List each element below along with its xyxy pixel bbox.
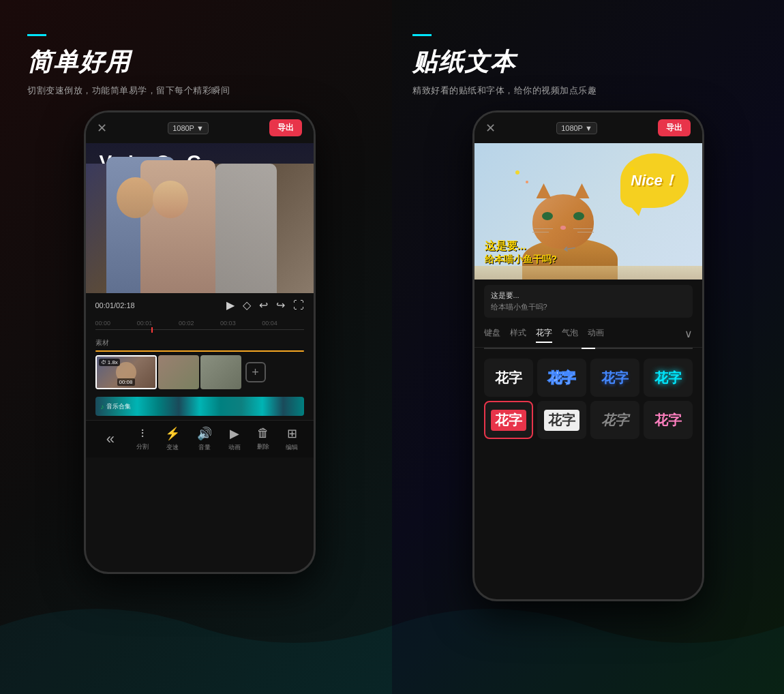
diamond-icon[interactable]: ◇ [243,299,251,312]
edit-tool[interactable]: ⊞ 编辑 [286,426,298,452]
timeline-ruler: 00:00 00:01 00:02 00:03 00:04 [95,320,304,327]
font-item-6[interactable]: 花字 [537,401,586,439]
back-btn[interactable]: « [101,426,120,452]
volume-icon: 🔊 [197,426,212,441]
speed-badge: ⏱ 1.8x [99,359,120,366]
right-title: 贴纸文本 [412,46,764,79]
speed-tool-icon: ⚡ [165,426,180,441]
font-preview-7: 花字 [601,411,629,429]
speed-tool[interactable]: ⚡ 变速 [165,426,180,452]
font-style-grid: 花字 花字 花字 花字 花字 花字 花字 花字 [474,353,702,444]
text-input-display[interactable]: 这是要... 给本喵小鱼干吗? [484,285,693,318]
left-header: 简单好用 切割变速倒放，功能简单易学，留下每个精彩瞬间 [27,34,372,97]
font-preview-2: 花字 [548,369,575,387]
left-subtitle: 切割变速倒放，功能简单易学，留下每个精彩瞬间 [27,85,372,97]
text-line2: 给本喵小鱼干吗? [491,302,686,312]
right-phone-mockup: ✕ 1080P ▼ 导出 [472,110,704,601]
mark-4: 00:04 [262,320,303,327]
left-bottom-toolbar: « ⫶ 分割 ⚡ 变速 🔊 音量 ▶ 动画 🗑 删除 ⊞ [86,420,314,457]
speed-label: 变速 [166,443,179,452]
style-tabs: 键盘 样式 花字 气泡 动画 ∨ [474,323,702,348]
timeline-area: 00:00 00:01 00:02 00:03 00:04 [86,317,314,334]
overlay-line2: 给本喵小鱼干吗? [485,254,558,266]
mark-2: 00:02 [179,320,220,327]
clip-2[interactable] [158,355,199,389]
font-item-5[interactable]: 花字 [484,401,533,439]
mark-1: 00:01 [137,320,179,327]
split-label: 分割 [136,442,149,451]
cat-text-overlay: 这是要... 给本喵小鱼干吗? [485,239,558,266]
right-phone-topbar: ✕ 1080P ▼ 导出 [474,112,702,143]
nice-bubble: Nice！ [620,153,689,208]
left-topbar-center: 1080P ▼ [168,122,209,134]
left-close-btn[interactable]: ✕ [97,121,107,136]
clip-track: 素材 ⏱ 1.8x 00:08 [86,334,314,394]
clip-3[interactable] [200,355,241,389]
text-line1: 这是要... [491,290,686,301]
people-photo [86,164,314,293]
font-item-3[interactable]: 花字 [590,359,639,397]
add-clip-btn[interactable]: + [245,362,266,382]
font-item-1[interactable]: 花字 [484,359,533,397]
animation-icon: ▶ [230,426,239,441]
font-preview-8: 花字 [654,411,682,429]
font-item-2[interactable]: 花字 [537,359,586,397]
tab-bubble[interactable]: 气泡 [562,327,578,343]
audio-track: ♪ 音乐合集 [86,394,314,420]
fullscreen-icon[interactable]: ⛶ [293,299,304,312]
redo-icon[interactable]: ↪ [276,299,285,312]
left-controls-bar: 00:01/02:18 ▶ ◇ ↩ ↪ ⛶ [86,293,314,317]
tab-huazi[interactable]: 花字 [536,327,552,343]
right-close-btn[interactable]: ✕ [485,121,496,136]
font-preview-6: 花字 [544,410,579,431]
font-preview-5: 花字 [491,410,526,431]
font-item-4[interactable]: 花字 [644,359,693,397]
audio-label: ♪ 音乐合集 [101,402,131,411]
left-export-btn[interactable]: 导出 [269,119,302,136]
volume-tool[interactable]: 🔊 音量 [197,426,212,452]
audio-waveform[interactable]: ♪ 音乐合集 [95,397,304,416]
track-label: 素材 [95,338,304,348]
left-resolution-badge[interactable]: 1080P ▼ [168,122,209,134]
tab-more-icon[interactable]: ∨ [684,327,693,343]
right-topbar-center: 1080P ▼ [556,122,597,134]
font-preview-3: 花字 [601,369,629,387]
left-video-preview: V L O G [86,143,314,293]
left-accent-line [27,34,46,36]
delete-icon: 🗑 [257,426,269,440]
tab-keyboard[interactable]: 键盘 [484,327,500,343]
speed-icon: ⏱ [101,359,106,365]
font-preview-4: 花字 [654,369,682,387]
time-display: 00:01/02:18 [95,301,135,310]
volume-label: 音量 [198,443,211,452]
right-panel: 贴纸文本 精致好看的贴纸和字体，给你的视频加点乐趣 ✕ 1080P ▼ 导出 [392,0,784,694]
music-note-icon: ♪ [101,403,104,410]
main-clip[interactable]: ⏱ 1.8x 00:08 [95,355,157,389]
mark-0: 00:00 [95,320,137,327]
text-editor: 这是要... 给本喵小鱼干吗? [474,280,702,323]
mark-3: 00:03 [220,320,262,327]
clip-strip: ⏱ 1.8x 00:08 + [95,354,304,390]
control-icons: ▶ ◇ ↩ ↪ ⛶ [226,299,304,312]
tab-animation[interactable]: 动画 [588,327,604,343]
delete-label: 删除 [257,442,269,451]
animation-tool[interactable]: ▶ 动画 [228,426,241,452]
right-subtitle: 精致好看的贴纸和字体，给你的视频加点乐趣 [412,85,764,97]
font-item-8[interactable]: 花字 [644,401,693,439]
right-resolution-badge[interactable]: 1080P ▼ [556,122,597,134]
play-icon[interactable]: ▶ [226,299,235,312]
left-phone-mockup: ✕ 1080P ▼ 导出 V L O G [84,110,316,574]
tab-style[interactable]: 样式 [510,327,526,343]
font-item-7[interactable]: 花字 [590,401,639,439]
right-accent-line [412,34,432,36]
font-preview-1: 花字 [495,369,522,387]
right-header: 贴纸文本 精致好看的贴纸和字体，给你的视频加点乐趣 [412,34,764,97]
right-export-btn[interactable]: 导出 [658,119,691,136]
clip-time: 00:08 [117,378,134,386]
split-tool[interactable]: ⫶ 分割 [136,426,149,452]
left-phone-topbar: ✕ 1080P ▼ 导出 [86,112,314,143]
left-title: 简单好用 [27,46,372,79]
delete-tool[interactable]: 🗑 删除 [257,426,269,452]
undo-icon[interactable]: ↩ [259,299,268,312]
style-indicator-bar [484,348,693,349]
